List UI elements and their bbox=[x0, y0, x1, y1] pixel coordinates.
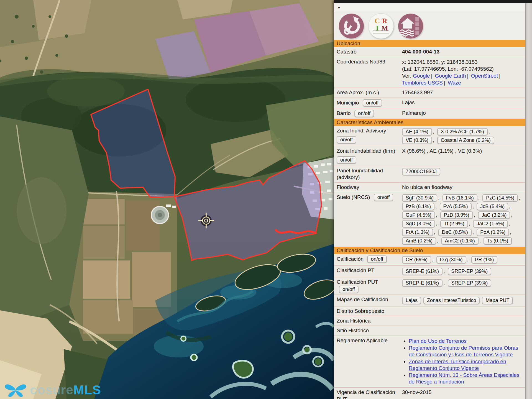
suelo-label: Suelo (NRCS) bbox=[337, 194, 370, 200]
soil-chip[interactable]: PzC (14.5%) bbox=[482, 194, 518, 202]
soil-chip[interactable]: JcB (5.4%) bbox=[477, 203, 508, 210]
soil-chip[interactable]: AmB (0.2%) bbox=[402, 237, 436, 245]
municipio-label: Municipio bbox=[337, 99, 359, 105]
area-label: Area Aprox. (m.c.) bbox=[334, 88, 401, 97]
map-canvas[interactable]: cosureMLS bbox=[0, 0, 334, 399]
flood-zone-chip[interactable]: Coastal A Zone (0.2%) bbox=[437, 137, 494, 144]
flood-program-logo[interactable] bbox=[398, 14, 423, 39]
chip-separator: , bbox=[488, 129, 490, 134]
soil-chip[interactable]: DeC (0.5%) bbox=[438, 229, 472, 236]
clasificacion-chip[interactable]: SREP-EP (39%) bbox=[448, 268, 492, 275]
map-button[interactable]: Zonas InteresTuristico bbox=[423, 297, 480, 304]
panel-inund-label: Panel Inundabilidad (advisory) bbox=[334, 166, 401, 182]
soil-chip[interactable]: JaC2 (1.5%) bbox=[473, 220, 508, 227]
reglamento-link[interactable]: Reglamento Núm. 13 - Sobre Áreas Especia… bbox=[409, 372, 519, 385]
chip-separator: , bbox=[509, 203, 510, 209]
map-link[interactable]: Temblores USGS bbox=[402, 80, 443, 86]
vigencia-put-value: 30-nov-2015 bbox=[401, 388, 532, 397]
flood-zone-chip[interactable]: X 0.2% ACF (1.7%) bbox=[437, 128, 488, 135]
map-link-list: Google| Google Earth| OpenStreet| Temblo… bbox=[402, 73, 502, 86]
top-strip bbox=[334, 0, 532, 3]
soil-chip[interactable]: PzD (3.9%) bbox=[440, 211, 473, 219]
soil-chip[interactable]: FvA (5.5%) bbox=[440, 203, 472, 210]
row-floodway: Floodway No ubica en floodway bbox=[334, 183, 532, 193]
soil-chip[interactable]: Ts (0.1%) bbox=[484, 237, 512, 245]
soil-chip[interactable]: SgD (3.0%) bbox=[402, 220, 435, 227]
soil-chip[interactable]: Tf (2.9%) bbox=[440, 220, 468, 227]
calificacion-chip[interactable]: O.g (30%) bbox=[436, 256, 466, 264]
soil-chip[interactable]: AmC2 (0.1%) bbox=[441, 237, 479, 245]
chip-separator: , bbox=[472, 229, 474, 235]
reglamento-link[interactable]: Plan de Uso de Terrenos bbox=[409, 338, 467, 344]
flood-zone-chip[interactable]: VE (0.3%) bbox=[402, 137, 432, 144]
catastro-label: Catastro bbox=[334, 47, 401, 57]
house-flood-icon bbox=[398, 14, 423, 39]
row-suelo-nrcs: Suelo (NRCS) on/off SgF (30.9%), FvB (16… bbox=[334, 192, 532, 247]
suelo-toggle[interactable]: on/off bbox=[374, 194, 393, 201]
soil-chip[interactable]: JaC (3.2%) bbox=[478, 211, 510, 219]
firm-label: Zona Inundabilidad (firm) bbox=[337, 148, 400, 154]
barrio-value: Palmarejo bbox=[401, 108, 532, 118]
logo-row: C R I M bbox=[334, 12, 532, 40]
row-zona-inund-advisory: Zona Inund. Advisory on/off AE (4.1%), X… bbox=[334, 126, 532, 146]
crim-letter-r: R bbox=[381, 17, 388, 25]
chip-separator: , bbox=[435, 203, 437, 209]
chip-separator: , bbox=[434, 229, 435, 235]
soil-chip[interactable]: FvB (16.1%) bbox=[443, 194, 477, 202]
row-clasificacion-pt: Clasificación PT SREP-E (61%), SREP-EP (… bbox=[334, 266, 532, 277]
map-button[interactable]: Mapa PUT bbox=[482, 297, 513, 304]
section-header-ambientales: Características Ambientales bbox=[334, 119, 532, 126]
reglamento-label: Reglamento Aplicable bbox=[334, 336, 401, 345]
soil-chip[interactable]: GuF (4.5%) bbox=[402, 211, 435, 219]
mapas-label: Mapas de Calificación bbox=[334, 295, 401, 304]
crim-logo[interactable]: C R I M bbox=[368, 13, 394, 39]
soil-chip[interactable]: SgF (30.9%) bbox=[402, 194, 437, 202]
soil-chip[interactable]: PzB (6.1%) bbox=[402, 203, 434, 210]
chip-separator: , bbox=[438, 195, 439, 201]
advisory-toggle[interactable]: on/off bbox=[337, 136, 356, 144]
row-coordenadas: Coordenadas Nad83 x: 132041.6580, y: 216… bbox=[334, 57, 532, 88]
clasificacion-put-chip-list: SREP-E (61%), SREP-EP (39%) bbox=[402, 280, 491, 286]
calificacion-chip[interactable]: PR (1%) bbox=[471, 256, 497, 264]
row-zona-historica: Zona Histórica bbox=[334, 316, 532, 326]
reglamento-link-list: Plan de Uso de Terrenos Reglamento Conju… bbox=[402, 338, 524, 385]
section-header-ubicacion: Ubicación bbox=[334, 40, 532, 47]
coord-latlon: (Lat: 17.97746695, Lon: -67.07495562) bbox=[402, 65, 524, 72]
ver-prefix: Ver: bbox=[402, 73, 411, 79]
municipio-toggle[interactable]: on/off bbox=[363, 99, 382, 107]
reglamento-link[interactable]: Reglamento Conjunto de Permisos para Obr… bbox=[409, 345, 518, 357]
clasificacion-chip[interactable]: SREP-E (61%) bbox=[402, 279, 443, 287]
reglamento-link[interactable]: Zonas de Interes Turístico incorporado e… bbox=[409, 359, 506, 371]
sitio-historico-label: Sitio Histórico bbox=[334, 326, 401, 335]
panel-collapse-bar[interactable]: ▼ bbox=[334, 3, 532, 12]
map-link[interactable]: Google Earth bbox=[435, 73, 466, 79]
row-calificacion: Calificación on/off CR (69%), O.g (30%),… bbox=[334, 254, 532, 266]
calificacion-toggle[interactable]: on/off bbox=[367, 255, 387, 263]
panel-scrollbar[interactable] bbox=[525, 3, 532, 399]
map-button[interactable]: Lajas bbox=[402, 297, 421, 304]
map-link[interactable]: OpenStreet bbox=[471, 73, 498, 79]
coord-xy: x: 132041.6580, y: 216438.3153 bbox=[402, 58, 524, 65]
section-header-calificacion: Calificación y Clasificación de Suelo bbox=[334, 247, 532, 254]
map-link[interactable]: Google bbox=[413, 73, 430, 79]
row-catastro: Catastro 404-000-004-13 bbox=[334, 47, 532, 57]
collapse-arrow-icon[interactable]: ▼ bbox=[337, 6, 341, 10]
clasificacion-chip[interactable]: SREP-EP (39%) bbox=[448, 279, 492, 287]
clasificacion-put-toggle[interactable]: on/off bbox=[339, 286, 359, 293]
reglamento-link-item: Plan de Uso de Terrenos bbox=[409, 338, 524, 344]
row-zona-inundabilidad-firm: Zona Inundabilidad (firm) on/off X (98.6… bbox=[334, 146, 532, 166]
firm-toggle[interactable]: on/off bbox=[337, 156, 356, 164]
flood-zone-chip[interactable]: AE (4.1%) bbox=[402, 128, 432, 135]
planning-board-logo[interactable] bbox=[339, 14, 364, 39]
map-link[interactable]: Waze bbox=[448, 80, 461, 86]
flood-panel-chip[interactable]: 72000C1930J bbox=[402, 168, 440, 175]
soil-chip[interactable]: PoA (0.2%) bbox=[477, 229, 509, 236]
calificacion-chip[interactable]: CR (69%) bbox=[402, 256, 431, 264]
clasificacion-chip[interactable]: SREP-E (61%) bbox=[402, 268, 443, 275]
chip-separator: , bbox=[519, 195, 520, 201]
barrio-toggle[interactable]: on/off bbox=[354, 110, 374, 117]
soil-chip[interactable]: FrA (1.3%) bbox=[402, 229, 433, 236]
clasificacion-put-label: Clasificación PUT bbox=[337, 279, 378, 285]
zona-historica-label: Zona Histórica bbox=[334, 316, 401, 326]
reglamento-link-item: Reglamento Conjunto de Permisos para Obr… bbox=[409, 345, 524, 358]
